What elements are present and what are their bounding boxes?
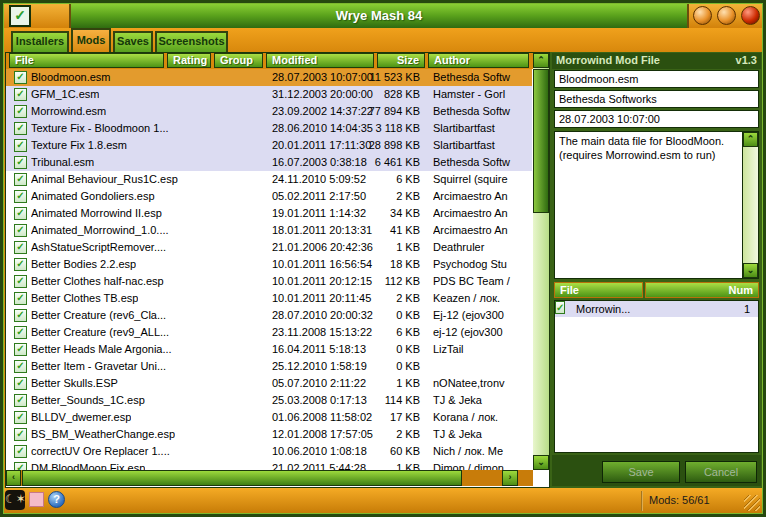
mod-row[interactable]: ✓BLLDV_dwemer.esp01.06.2008 11:58:0217 K… xyxy=(6,409,532,426)
mods-horizontal-scrollbar[interactable]: ‹ › xyxy=(6,470,533,486)
minimize-button[interactable] xyxy=(693,6,712,25)
column-header-author[interactable]: Author xyxy=(428,53,529,68)
scroll-down-icon[interactable]: ⌄ xyxy=(743,263,758,278)
save-button[interactable]: Save xyxy=(602,461,680,483)
mod-author-field[interactable]: Bethesda Softworks xyxy=(554,90,759,108)
mod-row[interactable]: ✓GFM_1C.esm31.12.2003 20:00:00828 KBHams… xyxy=(6,86,532,103)
masters-column-num[interactable]: Num xyxy=(645,282,759,298)
mod-checkbox-icon[interactable]: ✓ xyxy=(14,173,27,186)
masters-column-file[interactable]: File xyxy=(554,282,643,298)
mod-checkbox-icon[interactable]: ✓ xyxy=(14,156,27,169)
mod-row[interactable]: ✓DM BloodMoon Fix.esp21.02.2011 5:44:281… xyxy=(6,460,532,470)
mod-size: 60 KB xyxy=(390,445,420,457)
mod-checkbox-icon[interactable]: ✓ xyxy=(14,309,27,322)
master-row[interactable]: ✓Morrowin...1 xyxy=(555,301,758,317)
mod-row[interactable]: ✓Morrowind.esm23.09.2002 14:37:2277 894 … xyxy=(6,103,532,120)
mod-row[interactable]: ✓Animated Gondoliers.esp05.02.2011 2:17:… xyxy=(6,188,532,205)
mod-row[interactable]: ✓AshStatueScriptRemover....21.01.2006 20… xyxy=(6,239,532,256)
mod-size: 1 KB xyxy=(396,377,420,389)
mod-row[interactable]: ✓Texture Fix 1.8.esm20.01.2011 17:11:302… xyxy=(6,137,532,154)
mod-checkbox-icon[interactable]: ✓ xyxy=(14,207,27,220)
mod-checkbox-icon[interactable]: ✓ xyxy=(14,445,27,458)
mod-checkbox-icon[interactable]: ✓ xyxy=(14,241,27,254)
master-checkbox-icon[interactable]: ✓ xyxy=(555,301,565,314)
mod-checkbox-icon[interactable]: ✓ xyxy=(14,462,27,470)
color-swatch-icon[interactable] xyxy=(29,492,44,507)
master-num: 1 xyxy=(744,303,750,315)
column-header-modified[interactable]: Modified xyxy=(266,53,374,68)
morrowind-launch-icon[interactable]: ☾✶ xyxy=(5,490,25,510)
tab-saves[interactable]: Saves xyxy=(113,31,153,52)
mod-checkbox-icon[interactable]: ✓ xyxy=(14,411,27,424)
mod-row[interactable]: ✓Animated_Morrowind_1.0....18.01.2011 20… xyxy=(6,222,532,239)
resize-grip[interactable] xyxy=(744,495,760,511)
mod-detail-panel: Morrowind Mod File v1.3 Bloodmoon.esm Be… xyxy=(550,52,763,488)
tab-mods[interactable]: Mods xyxy=(71,28,111,52)
mod-checkbox-icon[interactable]: ✓ xyxy=(14,224,27,237)
mod-description-field[interactable]: The main data file for BloodMoon. (requi… xyxy=(554,131,759,279)
maximize-button[interactable] xyxy=(717,6,736,25)
mod-row[interactable]: ✓Better Skulls.ESP05.07.2010 2:11:221 KB… xyxy=(6,375,532,392)
masters-table-header: File Num xyxy=(554,282,759,299)
mod-size: 828 KB xyxy=(384,88,420,100)
mod-size: 1 KB xyxy=(396,462,420,470)
mod-row[interactable]: ✓Better Item - Gravetar Uni...25.12.2010… xyxy=(6,358,532,375)
mod-author: nONatee,tronv xyxy=(433,377,531,389)
mod-checkbox-icon[interactable]: ✓ xyxy=(14,105,27,118)
mod-row[interactable]: ✓Better Heads Male Argonia...16.04.2011 … xyxy=(6,341,532,358)
mod-row[interactable]: ✓Animal Behaviour_Rus1C.esp24.11.2010 5:… xyxy=(6,171,532,188)
mod-modified: 21.01.2006 20:42:36 xyxy=(272,241,373,253)
mod-row[interactable]: ✓BS_BM_WeatherChange.esp12.01.2008 17:57… xyxy=(6,426,532,443)
mod-checkbox-icon[interactable]: ✓ xyxy=(14,122,27,135)
cancel-button[interactable]: Cancel xyxy=(685,461,757,483)
mod-file-name: Better Creature (rev9_ALL... xyxy=(31,326,169,338)
description-scrollbar[interactable]: ⌃ ⌄ xyxy=(742,131,759,279)
mod-row[interactable]: ✓Texture Fix - Bloodmoon 1...28.06.2010 … xyxy=(6,120,532,137)
masters-list: ✓Morrowin...1 xyxy=(554,300,759,453)
tab-installers[interactable]: Installers xyxy=(11,31,69,52)
mod-checkbox-icon[interactable]: ✓ xyxy=(14,428,27,441)
horizontal-scroll-thumb[interactable] xyxy=(22,470,462,486)
mod-checkbox-icon[interactable]: ✓ xyxy=(14,139,27,152)
mod-modified-field[interactable]: 28.07.2003 10:07:00 xyxy=(554,110,759,128)
mod-row[interactable]: ✓Better Creature (rev6_Cla...28.07.2010 … xyxy=(6,307,532,324)
mod-checkbox-icon[interactable]: ✓ xyxy=(14,258,27,271)
scroll-left-icon[interactable]: ‹ xyxy=(6,470,21,486)
mod-row[interactable]: ✓Bloodmoon.esm28.07.2003 10:07:0011 523 … xyxy=(6,69,532,86)
mod-file-name: BS_BM_WeatherChange.esp xyxy=(31,428,175,440)
mod-checkbox-icon[interactable]: ✓ xyxy=(14,360,27,373)
scroll-right-icon[interactable]: › xyxy=(502,470,518,486)
mod-row[interactable]: ✓Better Clothes TB.esp10.01.2011 20:11:4… xyxy=(6,290,532,307)
mod-row[interactable]: ✓correctUV Ore Replacer 1....10.06.2010 … xyxy=(6,443,532,460)
mods-vertical-scrollbar[interactable]: ⌃ ⌄ xyxy=(533,53,549,470)
help-icon[interactable]: ? xyxy=(48,491,65,508)
column-header-size[interactable]: Size xyxy=(377,53,425,68)
scroll-down-icon[interactable]: ⌄ xyxy=(533,455,549,470)
column-header-file[interactable]: File xyxy=(9,53,164,68)
mod-checkbox-icon[interactable]: ✓ xyxy=(14,292,27,305)
mod-checkbox-icon[interactable]: ✓ xyxy=(14,190,27,203)
mod-checkbox-icon[interactable]: ✓ xyxy=(14,88,27,101)
mod-row[interactable]: ✓Better Bodies 2.2.esp10.01.2011 16:56:5… xyxy=(6,256,532,273)
mod-author: Korana / лок. xyxy=(433,411,531,423)
mod-checkbox-icon[interactable]: ✓ xyxy=(14,377,27,390)
mod-checkbox-icon[interactable]: ✓ xyxy=(14,394,27,407)
vertical-scroll-thumb[interactable] xyxy=(533,69,549,213)
mod-checkbox-icon[interactable]: ✓ xyxy=(14,326,27,339)
mod-row[interactable]: ✓Tribunal.esm16.07.2003 0:38:186 461 KBB… xyxy=(6,154,532,171)
mod-author: Bethesda Softw xyxy=(433,105,531,117)
mod-checkbox-icon[interactable]: ✓ xyxy=(14,343,27,356)
tab-screenshots[interactable]: Screenshots xyxy=(155,31,228,52)
mod-filename-field[interactable]: Bloodmoon.esm xyxy=(554,70,759,88)
mod-row[interactable]: ✓Better Clothes half-nac.esp10.01.2011 2… xyxy=(6,273,532,290)
column-header-rating[interactable]: Rating xyxy=(167,53,211,68)
scroll-up-icon[interactable]: ⌃ xyxy=(533,53,549,68)
mod-checkbox-icon[interactable]: ✓ xyxy=(14,71,27,84)
mod-checkbox-icon[interactable]: ✓ xyxy=(14,275,27,288)
column-header-group[interactable]: Group xyxy=(214,53,263,68)
mod-row[interactable]: ✓Better_Sounds_1C.esp25.03.2008 0:17:131… xyxy=(6,392,532,409)
mod-row[interactable]: ✓Animated Morrowind II.esp19.01.2011 1:1… xyxy=(6,205,532,222)
scroll-up-icon[interactable]: ⌃ xyxy=(743,132,758,147)
mod-row[interactable]: ✓Better Creature (rev9_ALL...23.11.2008 … xyxy=(6,324,532,341)
close-button[interactable] xyxy=(741,6,760,25)
